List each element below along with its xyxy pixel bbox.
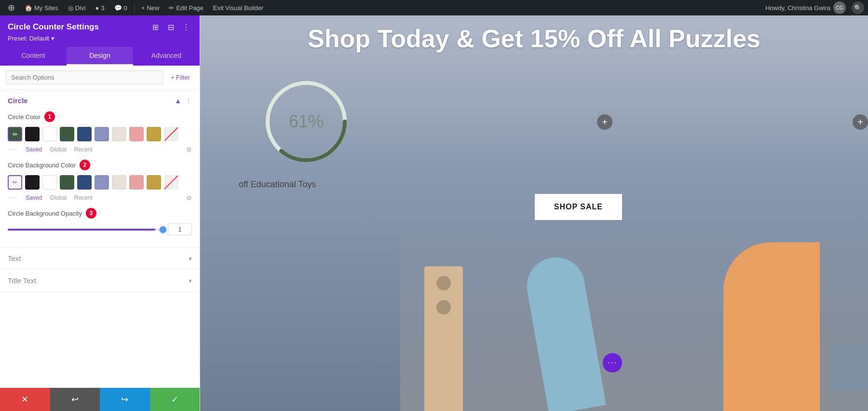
bg-saved-label[interactable]: Saved: [26, 194, 42, 201]
add-content-btn-1[interactable]: +: [597, 114, 612, 130]
text-section-header[interactable]: Text ▾: [0, 247, 200, 269]
bg-swatch-pink[interactable]: [129, 175, 144, 190]
panel-title: Circle Counter Settings: [8, 22, 99, 32]
circle-bg-color-badge: 2: [80, 160, 90, 170]
global-label[interactable]: Global: [50, 146, 67, 153]
panel-maximize-icon[interactable]: ⊞: [149, 21, 161, 33]
title-text-section-right: ▾: [189, 277, 192, 285]
opacity-slider-track[interactable]: [8, 229, 163, 231]
redo-button[interactable]: ↪: [100, 388, 150, 411]
preset-row[interactable]: Preset: Default ▾: [8, 35, 192, 47]
my-sites-btn[interactable]: 🏠 My Sites: [21, 0, 62, 15]
tab-content[interactable]: Content: [0, 47, 67, 66]
pen-icon: ✏: [13, 131, 18, 138]
page-preview: Shop Today & Get 15% Off All Puzzles 61%…: [200, 15, 868, 411]
panel-header: Circle Counter Settings ⊞ ⊟ ⋮ Preset: De…: [0, 15, 200, 47]
bg-swatch-black[interactable]: [25, 175, 40, 190]
bg-swatch-dark-green[interactable]: [60, 175, 74, 190]
swatch-black[interactable]: [25, 127, 40, 141]
search-icon-bar[interactable]: 🔍: [852, 1, 864, 14]
tab-advanced[interactable]: Advanced: [133, 47, 200, 66]
swatch-navy[interactable]: [77, 127, 92, 141]
divi-btn[interactable]: ◎ Divi: [64, 0, 90, 15]
exit-visual-builder-btn[interactable]: Exit Visual Builder: [209, 0, 268, 15]
panel-grid-icon[interactable]: ⊟: [165, 21, 176, 33]
howdy-text: Howdy, Christina Gwira CG: [761, 1, 850, 14]
bg-swatch-none[interactable]: [164, 175, 178, 190]
three-dot-purple-btn[interactable]: ···: [603, 353, 622, 372]
swatch-pink[interactable]: [129, 127, 144, 141]
circle-color-swatches: ✏: [8, 127, 192, 141]
bg-three-dots-btn[interactable]: ···: [9, 193, 18, 202]
toy-hole-2: [436, 300, 451, 315]
bg-swatch-navy[interactable]: [77, 175, 92, 190]
toy-hole-1: [436, 276, 451, 290]
title-text-chevron-icon: ▾: [189, 277, 192, 285]
swatch-lavender[interactable]: [95, 127, 109, 141]
bottom-toolbar: ✕ ↩ ↪ ✓: [0, 388, 200, 411]
bg-recent-label[interactable]: Recent: [74, 194, 93, 201]
undo-button[interactable]: ↩: [50, 388, 100, 411]
swatch-dark-green[interactable]: [60, 127, 74, 141]
swatch-none[interactable]: [164, 127, 178, 141]
left-panel: Circle Counter Settings ⊞ ⊟ ⋮ Preset: De…: [0, 15, 200, 411]
bg-swatch-gold[interactable]: [147, 175, 161, 190]
opacity-label: Circle Background Opacity: [8, 210, 82, 217]
saved-label[interactable]: Saved: [26, 146, 42, 153]
circle-section-body: Circle Color 1 ✏: [0, 111, 200, 247]
shop-sale-button[interactable]: SHOP SALE: [535, 194, 622, 220]
circle-color-label-row: Circle Color 1: [8, 111, 192, 122]
circle-bg-color-swatches: ✏: [8, 175, 192, 190]
toys-background: [400, 218, 868, 411]
cancel-button[interactable]: ✕: [0, 388, 50, 411]
comments-btn[interactable]: ● 3: [92, 0, 108, 15]
toy-block: [424, 266, 463, 411]
add-content-btn-2[interactable]: +: [853, 114, 868, 130]
section-more-icon[interactable]: ⋮: [185, 97, 192, 105]
chevron-up-icon: ▲: [175, 97, 181, 105]
bg-swatch-lavender[interactable]: [95, 175, 109, 190]
admin-bar: ⊕ 🏠 My Sites ◎ Divi ● 3 💬 0 + New ✏ Edit…: [0, 0, 868, 15]
opacity-slider-row: [8, 223, 192, 235]
bg-global-label[interactable]: Global: [50, 194, 67, 201]
circle-counter[interactable]: 61%: [258, 73, 354, 170]
search-bar: + Filter: [0, 66, 200, 90]
confirm-button[interactable]: ✓: [150, 388, 200, 411]
wp-logo-btn[interactable]: ⊕: [4, 0, 19, 15]
plus-icon-1: +: [602, 117, 608, 128]
comment-bubble-btn[interactable]: 💬 0: [110, 0, 131, 15]
swatch-active-pen[interactable]: ✏: [8, 127, 22, 141]
bg-swatch-beige[interactable]: [112, 175, 126, 190]
comments-count: 3: [101, 4, 104, 12]
circle-label: off Educational Toys: [239, 179, 316, 190]
title-text-section-header[interactable]: Title Text ▾: [0, 270, 200, 291]
swatch-gold[interactable]: [147, 127, 161, 141]
opacity-slider-thumb[interactable]: [160, 226, 166, 233]
tab-design[interactable]: Design: [67, 47, 133, 66]
opacity-value-input[interactable]: [168, 223, 192, 235]
exit-label: Exit Visual Builder: [213, 4, 264, 12]
bg-swatch-white[interactable]: [42, 175, 57, 190]
opacity-badge: 3: [86, 208, 96, 219]
swatch-beige[interactable]: [112, 127, 126, 141]
my-sites-label: My Sites: [34, 4, 58, 12]
circle-section-header[interactable]: Circle ▲ ⋮: [0, 90, 200, 111]
toy-gray-cube: [829, 343, 868, 392]
cancel-icon: ✕: [21, 394, 28, 405]
pen-icon-transparent: ✏: [13, 179, 17, 186]
gear-icon[interactable]: ⚙: [186, 146, 192, 153]
recent-label[interactable]: Recent: [74, 146, 93, 153]
new-btn[interactable]: + New: [137, 0, 163, 15]
plus-icon: +: [141, 4, 145, 12]
search-input[interactable]: [6, 70, 163, 84]
title-text-section-title: Title Text: [8, 276, 36, 285]
filter-button[interactable]: + Filter: [167, 72, 194, 83]
bg-gear-icon[interactable]: ⚙: [186, 194, 192, 202]
panel-more-icon[interactable]: ⋮: [180, 21, 192, 33]
swatch-white[interactable]: [42, 127, 57, 141]
text-chevron-icon: ▾: [189, 255, 192, 262]
three-dots-btn[interactable]: ···: [9, 145, 18, 154]
edit-page-btn[interactable]: ✏ Edit Page: [165, 0, 207, 15]
howdy-label: Howdy, Christina Gwira: [765, 4, 830, 12]
swatch-transparent-pen[interactable]: ✏: [8, 175, 22, 190]
